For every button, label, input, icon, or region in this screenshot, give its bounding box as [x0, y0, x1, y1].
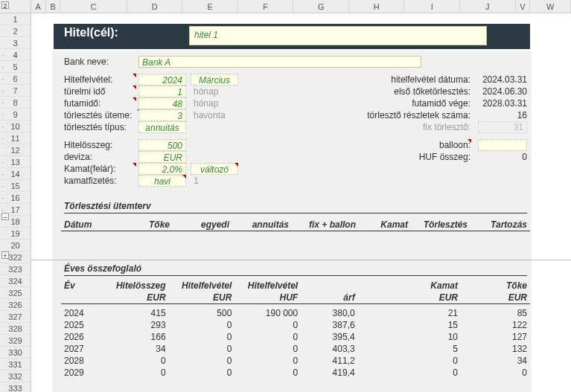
column-header[interactable]: W — [530, 0, 571, 13]
row-header[interactable]: 9 — [0, 109, 31, 121]
row-header[interactable]: 324 — [0, 275, 31, 287]
row-header[interactable]: 5 — [0, 61, 31, 73]
outline-level-2[interactable]: 2 — [1, 1, 9, 9]
p8-extra[interactable]: változó — [191, 163, 238, 175]
row-header[interactable]: 328 — [0, 323, 31, 335]
summary-cell[interactable]: 2025 — [61, 319, 103, 331]
outline-toggle-1[interactable]: – — [1, 213, 9, 220]
summary-cell[interactable]: 85 — [461, 307, 530, 319]
row-header[interactable]: 7 — [0, 85, 31, 97]
sheet-content[interactable]: Hitel(cél): hitel 1 Bank neve: Bank A Hi… — [31, 13, 571, 392]
summary-cell[interactable]: 0 — [235, 343, 301, 355]
title-input[interactable]: hitel 1 — [189, 26, 487, 45]
column-header[interactable]: I — [404, 0, 460, 13]
column-header[interactable]: A — [31, 0, 46, 13]
summary-cell[interactable]: 387,6 — [301, 319, 357, 331]
summary-cell[interactable] — [358, 319, 392, 331]
summary-row[interactable]: 2029000419,400 — [61, 367, 530, 379]
row-header[interactable]: 10 — [0, 121, 31, 132]
row-header[interactable]: 20 — [0, 240, 31, 251]
summary-row[interactable]: 20273400403,35132 — [61, 343, 530, 355]
column-header[interactable]: C — [60, 0, 127, 13]
summary-row[interactable]: 202616600395,410127 — [61, 331, 530, 343]
outline-toggle-2[interactable]: + — [1, 251, 9, 259]
p2-value[interactable]: 1 — [138, 86, 186, 97]
summary-cell[interactable]: 0 — [392, 367, 461, 379]
row-header[interactable]: 330 — [0, 347, 31, 359]
summary-cell[interactable]: 0 — [392, 355, 461, 367]
p3-value[interactable]: 48 — [138, 97, 186, 109]
row-header[interactable]: 3 — [0, 37, 31, 49]
summary-cell[interactable]: 2028 — [61, 355, 103, 367]
summary-cell[interactable]: 2024 — [61, 307, 103, 319]
summary-cell[interactable] — [358, 331, 392, 343]
row-header[interactable]: 2 — [0, 25, 31, 37]
row-header[interactable]: 8 — [0, 97, 31, 109]
summary-cell[interactable]: 132 — [461, 343, 530, 355]
summary-cell[interactable]: 0 — [169, 331, 235, 343]
p9-value[interactable]: havi — [138, 175, 186, 187]
column-header[interactable]: E — [182, 0, 238, 13]
summary-cell[interactable]: 411,2 — [301, 355, 357, 367]
row-header[interactable]: 329 — [0, 335, 31, 347]
column-header[interactable]: G — [293, 0, 349, 13]
summary-cell[interactable]: 419,4 — [301, 367, 357, 379]
row-header[interactable]: 331 — [0, 359, 31, 370]
summary-cell[interactable]: 0 — [169, 367, 235, 379]
row-header[interactable]: 323 — [0, 263, 31, 275]
summary-cell[interactable]: 34 — [103, 343, 169, 355]
summary-cell[interactable]: 0 — [103, 355, 169, 367]
summary-cell[interactable]: 293 — [103, 319, 169, 331]
summary-cell[interactable]: 0 — [169, 319, 235, 331]
bank-input[interactable]: Bank A — [138, 56, 421, 68]
summary-cell[interactable] — [358, 355, 392, 367]
column-header[interactable]: F — [238, 0, 294, 13]
summary-cell[interactable]: 380,0 — [301, 307, 357, 319]
summary-cell[interactable]: 5 — [392, 343, 461, 355]
row-header[interactable]: 15 — [0, 180, 31, 192]
p6-value[interactable]: 500 — [138, 139, 186, 151]
summary-cell[interactable]: 403,3 — [301, 343, 357, 355]
column-header[interactable]: J — [460, 0, 516, 13]
row-header[interactable]: 1 — [0, 13, 31, 25]
row-header[interactable]: 332 — [0, 370, 31, 382]
summary-cell[interactable]: 2026 — [61, 331, 103, 343]
row-header[interactable]: 14 — [0, 168, 31, 180]
row-header[interactable]: 4 — [0, 49, 31, 61]
summary-cell[interactable]: 0 — [169, 355, 235, 367]
summary-cell[interactable]: 166 — [103, 331, 169, 343]
summary-cell[interactable]: 10 — [392, 331, 461, 343]
summary-cell[interactable]: 0 — [169, 343, 235, 355]
p8-value[interactable]: 2,0% — [138, 163, 186, 175]
summary-cell[interactable]: 34 — [461, 355, 530, 367]
summary-cell[interactable] — [358, 367, 392, 379]
summary-cell[interactable]: 0 — [235, 355, 301, 367]
p5-value[interactable]: annuitás — [138, 121, 186, 133]
summary-row[interactable]: 2028000411,2034 — [61, 355, 530, 367]
p1-value[interactable]: 2024 — [138, 74, 186, 86]
row-header[interactable]: 327 — [0, 311, 31, 323]
summary-cell[interactable]: 122 — [461, 319, 530, 331]
summary-cell[interactable]: 0 — [235, 331, 301, 343]
summary-cell[interactable]: 0 — [103, 367, 169, 379]
p4-value[interactable]: 3 — [138, 109, 186, 121]
row-header[interactable]: 11 — [0, 132, 31, 144]
summary-cell[interactable]: 2027 — [61, 343, 103, 355]
p1-extra[interactable]: Március — [191, 74, 238, 86]
row-header[interactable]: 333 — [0, 382, 31, 392]
row-header[interactable]: 16 — [0, 192, 31, 204]
row-header[interactable]: 13 — [0, 156, 31, 168]
summary-cell[interactable]: 15 — [392, 319, 461, 331]
summary-cell[interactable]: 0 — [235, 319, 301, 331]
row-header[interactable]: 19 — [0, 228, 31, 240]
row-header[interactable]: 12 — [0, 144, 31, 156]
row-header[interactable]: 6 — [0, 73, 31, 85]
summary-cell[interactable] — [358, 343, 392, 355]
column-header[interactable]: D — [127, 0, 183, 13]
r6-value[interactable] — [478, 139, 527, 151]
column-header[interactable]: V — [516, 0, 531, 13]
summary-cell[interactable] — [358, 307, 392, 319]
summary-cell[interactable]: 500 — [169, 307, 235, 319]
column-header[interactable]: B — [46, 0, 61, 13]
summary-cell[interactable]: 0 — [235, 367, 301, 379]
